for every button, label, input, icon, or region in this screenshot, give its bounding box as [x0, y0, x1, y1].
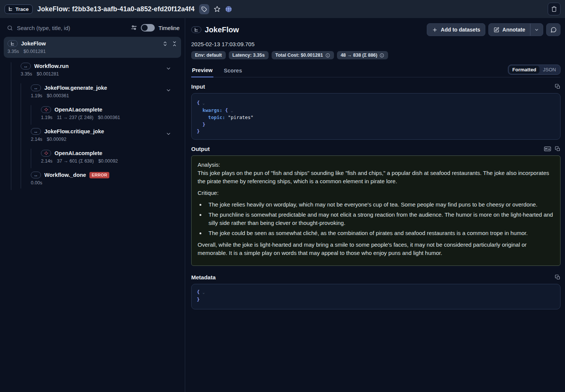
copy-icon[interactable]	[555, 84, 560, 89]
delete-trace-button[interactable]	[548, 3, 560, 15]
markdown-toggle-icon[interactable]	[544, 146, 551, 152]
tree-root-item[interactable]: JokeFlow	[4, 37, 181, 58]
output-critique-label: Critique:	[198, 189, 554, 197]
env-badge: Env: default	[191, 51, 226, 59]
tag-icon	[201, 6, 207, 12]
output-section-title: Output	[191, 146, 210, 152]
metadata-section-title: Metadata	[191, 274, 216, 280]
format-toggle-formatted[interactable]: Formatted	[509, 66, 540, 74]
generation-icon	[41, 106, 51, 113]
output-overall-text: Overall, while the joke is light-hearted…	[198, 241, 554, 257]
tree-guide-line	[21, 83, 21, 188]
chevron-down-icon[interactable]	[166, 87, 171, 93]
trace-tree-icon	[191, 26, 201, 33]
timeline-toggle-label: Timeline	[159, 25, 180, 31]
tag-button[interactable]	[199, 4, 209, 14]
critique-bullet: The joke relies heavily on wordplay, whi…	[205, 201, 554, 209]
expand-all-icon[interactable]	[162, 41, 168, 47]
generation-icon	[41, 150, 51, 157]
tree-guide-line	[31, 149, 31, 168]
search-placeholder: Search (type, title, id)	[17, 25, 70, 31]
info-icon	[325, 53, 330, 58]
trace-tree-sidebar: Search (type, title, id) Timeline	[0, 18, 185, 392]
tree-item-openai-acomplete-1[interactable]: OpenAI.acomplete 1.19s 11 → 237 (Σ 248) …	[4, 104, 181, 125]
globe-icon	[225, 6, 232, 13]
output-analysis-text: This joke plays on the pun of "fish and …	[198, 170, 549, 184]
format-toggle-json[interactable]: JSON	[539, 66, 559, 74]
total-cost-badge: Total Cost: $0.001281	[272, 51, 334, 59]
trace-tree-icon	[8, 40, 18, 47]
output-markdown-viewer[interactable]: Analysis: This joke plays on the pun of …	[191, 155, 560, 266]
annotate-dropdown-button[interactable]	[530, 24, 543, 36]
format-toggle: Formatted JSON	[508, 65, 560, 75]
input-section-title: Input	[191, 83, 205, 90]
annotate-edit-icon	[494, 27, 499, 33]
span-icon: ↔	[31, 128, 41, 135]
root-node-name: JokeFlow	[21, 41, 46, 47]
comment-bubble-icon	[550, 27, 557, 33]
tab-preview[interactable]: Preview	[191, 65, 213, 77]
critique-bullet: The punchline is somewhat predictable an…	[205, 211, 554, 227]
timeline-toggle[interactable]	[141, 24, 155, 32]
plus-icon	[432, 27, 438, 33]
chevron-down-icon[interactable]	[166, 66, 171, 71]
copy-icon[interactable]	[555, 274, 560, 280]
latency-badge: Latency: 3.35s	[229, 51, 269, 59]
trace-badge-label: Trace	[15, 6, 29, 12]
input-json-viewer[interactable]: { ⌄ kwargs: { ⌄ topic: "pirates" } }	[191, 93, 560, 140]
tree-item-workflow-done[interactable]: ↔ Workflow._done ERROR 0.00s	[4, 169, 181, 191]
trace-title: JokeFlow	[205, 26, 239, 34]
star-button[interactable]	[214, 6, 221, 12]
trace-tree: JokeFlow	[0, 37, 185, 191]
metadata-json-viewer[interactable]: { ⌄ }	[191, 284, 560, 309]
span-icon: ↔	[31, 172, 41, 178]
info-icon	[379, 53, 384, 58]
tree-guide-line	[31, 105, 31, 125]
token-usage-badge: 48 → 838 (Σ 886)	[337, 51, 388, 59]
span-icon: ↔	[31, 84, 41, 91]
chevron-down-icon[interactable]	[166, 131, 171, 137]
search-input[interactable]: Search (type, title, id)	[7, 25, 127, 31]
comments-button[interactable]	[546, 23, 560, 36]
trace-tree-icon	[8, 6, 13, 12]
tree-guide-line	[11, 62, 11, 190]
span-icon: ↔	[21, 63, 31, 69]
public-link-button[interactable]	[225, 6, 232, 13]
tree-item-critique-joke[interactable]: ↔ JokeFlow.critique_joke 2.14s $0.00092	[4, 125, 181, 147]
trash-icon	[551, 6, 557, 12]
output-critique-list: The joke relies heavily on wordplay, whi…	[198, 201, 554, 237]
error-status-badge: ERROR	[89, 172, 109, 178]
copy-icon[interactable]	[555, 146, 560, 152]
chevron-down-icon	[534, 27, 539, 32]
star-icon	[214, 6, 221, 12]
page-title: JokeFlow: f2bb3e13-aafb-41a0-a852-efd20f…	[37, 5, 195, 13]
add-to-datasets-button[interactable]: Add to datasets	[427, 23, 485, 36]
trace-timestamp: 2025-02-13 17:03:09.705	[191, 41, 560, 47]
filter-settings-icon[interactable]	[131, 25, 137, 31]
root-cost: $0.001281	[24, 49, 46, 54]
top-bar: Trace JokeFlow: f2bb3e13-aafb-41a0-a852-…	[0, 0, 565, 18]
root-duration: 3.35s	[8, 49, 19, 54]
critique-bullet: The joke could be seen as somewhat clich…	[205, 229, 554, 237]
annotate-split-button: Annotate	[488, 23, 543, 36]
tree-item-generate-joke[interactable]: ↔ JokeFlow.generate_joke 1.19s $0.000361	[4, 82, 181, 104]
trace-type-badge: Trace	[5, 5, 33, 14]
annotate-button[interactable]: Annotate	[489, 24, 530, 36]
output-analysis-label: Analysis:	[198, 161, 220, 168]
search-icon	[7, 25, 13, 31]
collapse-all-icon[interactable]	[172, 41, 177, 47]
trace-detail-panel: JokeFlow Add to datasets	[185, 18, 565, 392]
tab-scores[interactable]: Scores	[223, 65, 243, 77]
tree-item-openai-acomplete-2[interactable]: OpenAI.acomplete 2.14s 37 → 601 (Σ 638) …	[4, 147, 181, 169]
tree-item-workflow-run[interactable]: ↔ Workflow.run 3.35s $0.001281	[4, 60, 181, 82]
